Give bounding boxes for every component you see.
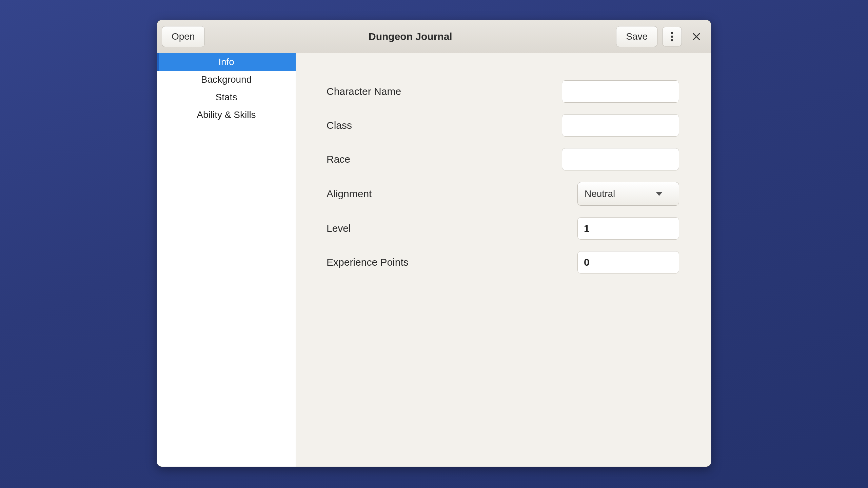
- character-name-input[interactable]: [562, 80, 679, 103]
- window-title: Dungeon Journal: [205, 31, 616, 42]
- open-button[interactable]: Open: [162, 26, 205, 47]
- level-stepper: [577, 217, 679, 240]
- sidebar-item-label: Stats: [216, 92, 237, 103]
- kebab-icon: [671, 32, 673, 42]
- xp-stepper: [577, 251, 679, 273]
- level-input[interactable]: [578, 218, 679, 239]
- label-character-name: Character Name: [327, 86, 401, 97]
- sidebar-item-label: Background: [201, 74, 252, 85]
- window-body: Info Background Stats Ability & Skills C…: [157, 53, 711, 467]
- close-button[interactable]: [687, 27, 706, 46]
- label-xp: Experience Points: [327, 257, 409, 268]
- sidebar-item-info[interactable]: Info: [157, 53, 296, 71]
- sidebar-item-label: Ability & Skills: [197, 109, 256, 120]
- menu-button[interactable]: [662, 27, 682, 46]
- label-race: Race: [327, 154, 350, 165]
- content-pane: Character Name Class Race Alignment Neut…: [296, 53, 711, 467]
- row-level: Level: [327, 217, 679, 240]
- close-icon: [692, 33, 701, 41]
- row-race: Race: [327, 148, 679, 170]
- sidebar-item-ability-skills[interactable]: Ability & Skills: [157, 106, 296, 124]
- row-alignment: Alignment Neutral: [327, 182, 679, 206]
- row-class: Class: [327, 114, 679, 137]
- label-alignment: Alignment: [327, 188, 372, 200]
- class-input[interactable]: [562, 114, 679, 137]
- svg-point-0: [671, 32, 673, 34]
- save-button[interactable]: Save: [616, 26, 657, 47]
- xp-input[interactable]: [578, 251, 679, 273]
- chevron-down-icon: [656, 192, 663, 196]
- sidebar: Info Background Stats Ability & Skills: [157, 53, 296, 467]
- app-window: Open Dungeon Journal Save In: [157, 20, 711, 467]
- sidebar-item-label: Info: [218, 57, 234, 67]
- svg-point-1: [671, 35, 673, 37]
- alignment-select[interactable]: Neutral: [577, 182, 679, 206]
- titlebar: Open Dungeon Journal Save: [157, 20, 711, 53]
- sidebar-item-background[interactable]: Background: [157, 71, 296, 88]
- alignment-value: Neutral: [585, 188, 615, 199]
- character-form: Character Name Class Race Alignment Neut…: [327, 80, 679, 273]
- label-level: Level: [327, 223, 351, 234]
- row-character-name: Character Name: [327, 80, 679, 103]
- label-class: Class: [327, 120, 352, 131]
- race-input[interactable]: [562, 148, 679, 170]
- sidebar-item-stats[interactable]: Stats: [157, 88, 296, 106]
- row-xp: Experience Points: [327, 251, 679, 273]
- svg-point-2: [671, 39, 673, 41]
